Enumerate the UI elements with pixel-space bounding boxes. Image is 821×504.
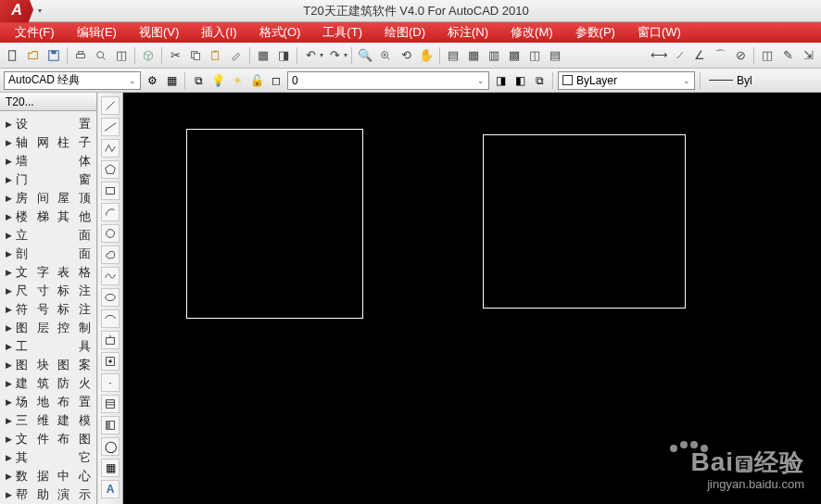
publish-button[interactable]: ◫	[112, 46, 131, 65]
layer-lock-icon[interactable]: 🔓	[248, 72, 265, 89]
panel-item-settings[interactable]: ▶设 置	[2, 115, 95, 133]
dim-angular-button[interactable]: ∠	[690, 46, 709, 65]
panel-item-text-table[interactable]: ▶文字表格	[2, 263, 95, 282]
mtext-tool[interactable]: A	[101, 480, 120, 498]
layer-tool2-icon[interactable]: ◧	[512, 72, 528, 89]
redo-button[interactable]: ↷	[325, 46, 344, 65]
panel-item-section[interactable]: ▶剖 面	[2, 245, 95, 263]
dim-linear-button[interactable]: ⟷	[650, 46, 668, 65]
rectangle-tool[interactable]	[101, 182, 120, 200]
arc-tool[interactable]	[101, 203, 120, 221]
print-preview-button[interactable]	[92, 46, 110, 65]
table-tool[interactable]: ▦	[101, 459, 120, 477]
layer-dropdown[interactable]: 0 ⌄	[287, 71, 489, 90]
panel-item-elevation[interactable]: ▶立 面	[2, 226, 95, 245]
circle-tool[interactable]	[101, 224, 120, 243]
panel-item-data-center[interactable]: ▶数据中心	[2, 467, 95, 485]
design-center-button[interactable]: ◨	[274, 46, 293, 65]
menu-file[interactable]: 文件(F)	[4, 24, 66, 41]
workspace-settings-icon[interactable]: ⚙	[144, 72, 160, 89]
point-tool[interactable]: ·	[101, 373, 120, 392]
workspace-dropdown[interactable]: AutoCAD 经典 ⌄	[4, 71, 141, 90]
region-tool[interactable]: ◯	[101, 437, 120, 456]
panel-item-other[interactable]: ▶其 它	[2, 448, 95, 467]
design-center2-button[interactable]: ▦	[464, 46, 483, 65]
paste-button[interactable]	[207, 46, 225, 65]
menu-view[interactable]: 视图(V)	[128, 24, 190, 41]
panel-item-symbol[interactable]: ▶符号标注	[2, 300, 95, 319]
panel-item-layer-ctrl[interactable]: ▶图层控制	[2, 319, 95, 337]
cube-button[interactable]	[139, 46, 158, 65]
zoom-prev-button[interactable]: ⟲	[397, 46, 415, 65]
panel-item-room-roof[interactable]: ▶房间屋顶	[2, 189, 95, 208]
layer-tool3-icon[interactable]: ⧉	[531, 72, 548, 89]
redo-dropdown-icon[interactable]: ▾	[344, 51, 347, 59]
panel-item-site[interactable]: ▶场地布置	[2, 393, 95, 411]
panel-item-3d-model[interactable]: ▶三维建模	[2, 411, 95, 430]
panel-item-help[interactable]: ▶帮助演示	[2, 485, 95, 504]
layer-on-icon[interactable]: 💡	[209, 72, 226, 89]
undo-dropdown-icon[interactable]: ▾	[320, 51, 323, 59]
polyline-tool[interactable]	[101, 139, 120, 158]
polygon-tool[interactable]	[101, 160, 120, 179]
dim-aligned-button[interactable]: ⟋	[670, 46, 688, 65]
app-menu-dropdown-icon[interactable]: ▾	[35, 6, 44, 16]
construction-line-tool[interactable]	[101, 118, 120, 136]
menu-draw[interactable]: 绘图(D)	[373, 24, 436, 41]
line-tool[interactable]	[101, 96, 120, 115]
panel-item-wall[interactable]: ▶墙 体	[2, 152, 95, 170]
print-button[interactable]	[71, 46, 90, 65]
menu-format[interactable]: 格式(O)	[248, 24, 312, 41]
pan-button[interactable]: ✋	[417, 46, 436, 65]
panel-item-axis-column[interactable]: ▶轴网柱子	[2, 133, 95, 152]
new-button[interactable]	[4, 46, 22, 65]
block-button[interactable]: ▦	[254, 46, 272, 65]
menu-param[interactable]: 参数(P)	[564, 24, 626, 41]
layer-color-icon[interactable]: ◻	[268, 72, 284, 89]
layer-freeze-icon[interactable]: ☀	[229, 72, 246, 89]
dim-radius-button[interactable]: ⊘	[731, 46, 750, 65]
panel-item-fire[interactable]: ▶建筑防火	[2, 374, 95, 393]
panel-item-door-window[interactable]: ▶门 窗	[2, 170, 95, 189]
menu-window[interactable]: 窗口(W)	[626, 24, 692, 41]
menu-insert[interactable]: 插入(I)	[190, 24, 247, 41]
menu-tools[interactable]: 工具(T)	[311, 24, 373, 41]
drawing-canvas[interactable]: Bai百经验 jingyan.baidu.com	[123, 93, 821, 504]
workspace-save-icon[interactable]: ▦	[163, 72, 180, 89]
gradient-tool[interactable]	[101, 416, 120, 435]
revcloud-tool[interactable]	[101, 246, 120, 264]
panel-item-stair-other[interactable]: ▶楼梯其他	[2, 208, 95, 226]
ellipse-arc-tool[interactable]	[101, 309, 120, 328]
linetype-dropdown[interactable]: Byl	[705, 71, 772, 90]
dim-arc-button[interactable]: ⌒	[711, 46, 729, 65]
insert-block-tool[interactable]	[101, 331, 120, 349]
ellipse-tool[interactable]	[101, 288, 120, 307]
hatch-tool[interactable]	[101, 395, 120, 413]
color-dropdown[interactable]: ByLayer ⌄	[558, 71, 695, 90]
zoom-window-button[interactable]	[376, 46, 395, 65]
panel-item-dimension[interactable]: ▶尺寸标注	[2, 282, 95, 300]
modify2-button[interactable]: ✎	[778, 46, 797, 65]
markup-button[interactable]: ◫	[525, 46, 544, 65]
panel-item-tool[interactable]: ▶工 具	[2, 337, 95, 356]
app-logo[interactable]: A	[0, 0, 33, 23]
panel-item-file-layout[interactable]: ▶文件布图	[2, 430, 95, 448]
properties-button[interactable]: ▤	[444, 46, 462, 65]
zoom-realtime-button[interactable]: 🔍	[356, 46, 374, 65]
undo-button[interactable]: ↶	[301, 46, 320, 65]
menu-annotate[interactable]: 标注(N)	[436, 24, 499, 41]
open-button[interactable]	[24, 46, 43, 65]
layer-tool1-icon[interactable]: ◨	[492, 72, 509, 89]
panel-item-block-hatch[interactable]: ▶图块图案	[2, 356, 95, 374]
make-block-tool[interactable]	[101, 352, 120, 371]
tool-palettes-button[interactable]: ▥	[485, 46, 503, 65]
calc-button[interactable]: ▤	[546, 46, 564, 65]
match-prop-button[interactable]	[227, 46, 246, 65]
layer-manager-icon[interactable]: ⧉	[190, 72, 207, 89]
modify1-button[interactable]: ◫	[758, 46, 777, 65]
spline-tool[interactable]	[101, 267, 120, 285]
menu-modify[interactable]: 修改(M)	[499, 24, 564, 41]
save-button[interactable]	[44, 46, 63, 65]
cut-button[interactable]: ✂	[166, 46, 184, 65]
copy-button[interactable]	[186, 46, 205, 65]
